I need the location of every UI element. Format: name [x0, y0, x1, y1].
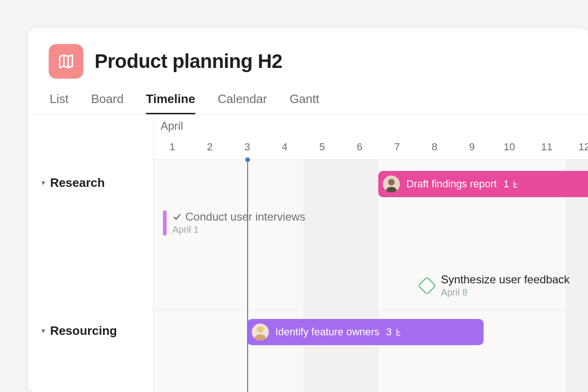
avatar — [383, 176, 400, 192]
day-column-header: 7 — [378, 141, 416, 153]
task-title: Draft findings report — [406, 178, 497, 190]
task-title: Identify feature owners — [275, 326, 380, 338]
subtask-icon — [512, 179, 521, 189]
svg-marker-0 — [60, 55, 73, 68]
view-tabs: List Board Timeline Calendar Gantt — [49, 92, 567, 114]
day-column-header: 6 — [341, 141, 378, 153]
day-column-header: 12 — [566, 141, 588, 153]
tab-gantt[interactable]: Gantt — [289, 92, 319, 114]
avatar-icon — [383, 176, 400, 192]
tab-list[interactable]: List — [50, 92, 68, 114]
project-map-icon[interactable] — [49, 44, 83, 79]
svg-point-4 — [388, 179, 395, 185]
avatar-icon — [252, 324, 269, 340]
subtask-number: 1 — [503, 178, 509, 190]
project-title: Product planning H2 — [95, 50, 282, 73]
section-header-resourcing[interactable]: ▼ Resourcing — [28, 313, 154, 338]
title-row: Product planning H2 — [49, 44, 567, 79]
subtask-icon — [395, 327, 404, 337]
milestone-title: Conduct user interviews — [185, 210, 305, 223]
day-column-header: 8 — [416, 141, 453, 153]
window: Product planning H2 List Board Timeline … — [28, 28, 588, 392]
header: Product planning H2 List Board Timeline … — [28, 28, 588, 114]
day-column-header: 1 — [154, 141, 191, 153]
weekend-shade — [303, 160, 378, 392]
milestone-title: Synthesize user feedback — [441, 273, 570, 286]
section-header-research[interactable]: ▼ Research — [28, 165, 154, 190]
task-bar-identify-owners[interactable]: Identify feature owners 3 — [247, 319, 484, 345]
timeline-area: April 123456789101112 ▼ Research Draft f… — [28, 114, 588, 392]
subtask-count: 1 — [503, 178, 521, 190]
day-column-header: 2 — [191, 141, 228, 153]
caret-down-icon: ▼ — [40, 327, 46, 334]
avatar — [252, 324, 269, 340]
task-bar-draft-findings[interactable]: Draft findings report 1 — [378, 171, 588, 197]
section-name: Resourcing — [50, 324, 117, 338]
milestone-title-row: Conduct user interviews — [172, 210, 305, 223]
caret-down-icon: ▼ — [40, 179, 46, 186]
time-header: April 123456789101112 — [154, 115, 588, 160]
tab-calendar[interactable]: Calendar — [218, 92, 267, 114]
day-column-header: 11 — [528, 141, 566, 153]
day-column-header: 5 — [303, 141, 341, 153]
milestone-pill-icon — [163, 210, 167, 236]
day-column-header: 4 — [266, 141, 303, 153]
milestone-synthesize-feedback[interactable]: Synthesize user feedback April 8 — [420, 273, 570, 298]
tab-timeline[interactable]: Timeline — [146, 92, 195, 114]
diamond-icon — [418, 276, 436, 295]
milestone-date: April 1 — [172, 224, 305, 235]
tab-board[interactable]: Board — [91, 92, 123, 114]
month-label: April — [161, 119, 183, 133]
subtask-number: 3 — [386, 326, 392, 338]
section-name: Research — [50, 176, 105, 190]
subtask-count: 3 — [386, 326, 404, 338]
check-icon — [172, 212, 182, 222]
map-icon — [58, 53, 74, 70]
day-column-header: 10 — [491, 141, 528, 153]
section-sidebar — [28, 115, 154, 392]
day-column-header: 9 — [453, 141, 491, 153]
day-column-header: 3 — [228, 141, 266, 153]
milestone-date: April 8 — [441, 287, 570, 298]
milestone-conduct-interviews[interactable]: Conduct user interviews April 1 — [163, 210, 305, 236]
